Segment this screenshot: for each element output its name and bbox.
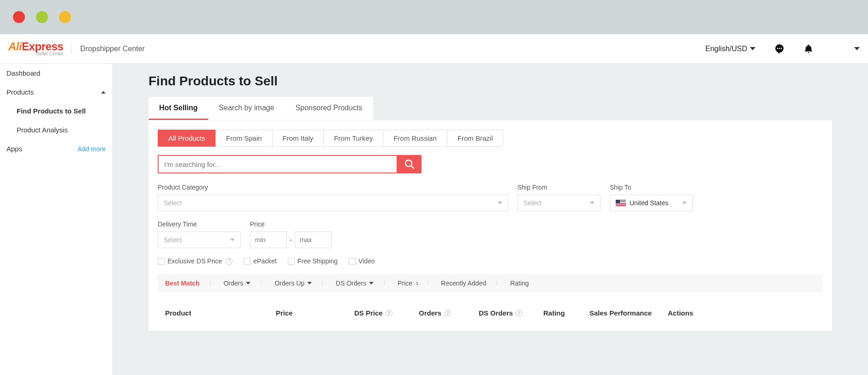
th-orders: Orders? (419, 309, 479, 317)
window-maximize-dot[interactable] (59, 11, 71, 23)
source-tab-turkey[interactable]: From Turkey (323, 130, 383, 147)
chevron-down-icon (369, 282, 374, 285)
th-actions: Actions (668, 309, 714, 317)
language-selector[interactable]: English/USD (705, 45, 755, 53)
price-dash: - (290, 236, 292, 244)
tab-label: Hot Selling (159, 104, 198, 112)
help-icon[interactable]: ? (386, 310, 392, 316)
sidebar-sub-find-products[interactable]: Find Products to Sell (0, 101, 112, 120)
delivery-select[interactable]: Select (158, 232, 241, 248)
shipfrom-select[interactable]: Select (517, 195, 600, 211)
sort-orders-up[interactable]: Orders Up (274, 280, 323, 287)
sort-price[interactable]: Price↑↓ (398, 280, 428, 287)
help-icon[interactable]: ? (444, 310, 451, 316)
user-menu[interactable] (832, 47, 860, 50)
sidebar-item-dashboard[interactable]: Dashboard (0, 64, 112, 83)
category-select[interactable]: Select (158, 195, 508, 211)
svg-point-3 (781, 48, 782, 49)
price-min-input[interactable] (250, 232, 287, 248)
tab-sponsored-products[interactable]: Sponsored Products (285, 97, 373, 120)
sort-orders[interactable]: Orders (224, 280, 262, 287)
source-tabs: All Products From Spain From Italy From … (158, 130, 823, 147)
bell-icon[interactable] (803, 44, 814, 54)
logo-subtext: Seller Center (8, 51, 63, 56)
checkbox-free-shipping[interactable] (288, 258, 295, 265)
th-price: Price (276, 309, 354, 317)
sort-rating[interactable]: Rating (510, 280, 540, 287)
category-label: Product Category (158, 184, 508, 191)
source-tab-label: From Russian (393, 134, 436, 142)
help-icon[interactable]: ? (226, 258, 232, 265)
header-bar: AliExpress Seller Center Dropshipper Cen… (0, 34, 868, 64)
chevron-down-icon (854, 47, 860, 50)
sidebar-item-apps[interactable]: Apps Add more (0, 139, 112, 158)
checkbox-video[interactable] (349, 258, 356, 265)
checkbox-epacket[interactable] (244, 258, 250, 265)
sort-label: Best Match (165, 280, 200, 287)
checkbox-label: ePacket (253, 257, 277, 265)
th-product: Product (165, 309, 276, 317)
source-tab-russian[interactable]: From Russian (383, 130, 447, 147)
chevron-down-icon (246, 282, 250, 285)
window-minimize-dot[interactable] (36, 11, 48, 23)
select-value: United States (630, 199, 668, 207)
sidebar-sub-product-analysis[interactable]: Product Analysis (0, 120, 112, 139)
source-tab-spain[interactable]: From Spain (215, 130, 273, 147)
table-header: Product Price DS Price? Orders? DS Order… (158, 304, 823, 321)
select-placeholder: Select (164, 236, 182, 244)
th-ds-price: DS Price? (354, 309, 419, 317)
svg-point-1 (777, 48, 779, 49)
help-icon[interactable]: ? (516, 310, 523, 316)
main-content: Find Products to Sell Hot Selling Search… (113, 64, 868, 375)
search-input[interactable] (158, 155, 398, 173)
search-icon (404, 159, 415, 170)
sort-recently-added[interactable]: Recently Added (441, 280, 497, 287)
browser-chrome (0, 0, 868, 34)
sidebar-item-label: Products (6, 88, 34, 96)
checkbox-exclusive-ds[interactable] (158, 258, 165, 265)
source-tab-label: From Brazil (458, 134, 493, 142)
tab-label: Sponsored Products (296, 104, 363, 112)
sidebar-item-products[interactable]: Products (0, 83, 112, 101)
sort-label: Orders (224, 280, 244, 287)
source-tab-label: All Products (168, 134, 205, 142)
tab-search-by-image[interactable]: Search by image (208, 97, 285, 120)
chevron-up-icon (101, 91, 106, 94)
source-tab-brazil[interactable]: From Brazil (447, 130, 504, 147)
sort-ds-orders[interactable]: DS Orders (336, 280, 385, 287)
sort-best-match[interactable]: Best Match (165, 280, 211, 287)
source-tab-label: From Italy (283, 134, 314, 142)
shipfrom-label: Ship From (517, 184, 600, 191)
sidebar: Dashboard Products Find Products to Sell… (0, 64, 113, 375)
select-placeholder: Select (523, 199, 541, 207)
price-max-input[interactable] (295, 232, 332, 248)
sort-updown-icon: ↑↓ (415, 280, 417, 286)
window-close-dot[interactable] (13, 11, 25, 23)
chat-icon[interactable] (774, 43, 785, 54)
checkbox-label: Video (358, 257, 375, 265)
sort-label: Price (398, 280, 412, 287)
flag-us-icon (616, 200, 626, 206)
sort-bar: Best Match Orders Orders Up DS Orders Pr… (158, 274, 823, 292)
sort-label: Recently Added (441, 280, 486, 287)
filter-panel: All Products From Spain From Italy From … (149, 120, 832, 331)
select-placeholder: Select (164, 199, 182, 207)
source-tab-label: From Turkey (334, 134, 373, 142)
add-more-link[interactable]: Add more (77, 145, 106, 153)
source-tab-all[interactable]: All Products (158, 130, 216, 147)
chevron-down-icon (590, 202, 595, 204)
chevron-down-icon (498, 202, 502, 204)
source-tab-italy[interactable]: From Italy (272, 130, 324, 147)
header-divider (71, 44, 72, 54)
header-title: Dropshipper Center (80, 45, 145, 53)
sidebar-item-label: Dashboard (6, 69, 40, 77)
price-label: Price (250, 220, 332, 228)
th-ds-orders: DS Orders? (479, 309, 543, 317)
tab-hot-selling[interactable]: Hot Selling (149, 97, 208, 120)
search-button[interactable] (398, 155, 422, 173)
sort-label: Orders Up (274, 280, 304, 287)
chevron-down-icon (230, 238, 235, 241)
shipto-select[interactable]: United States (610, 195, 693, 211)
logo[interactable]: AliExpress Seller Center (8, 41, 63, 56)
th-rating: Rating (543, 309, 589, 317)
